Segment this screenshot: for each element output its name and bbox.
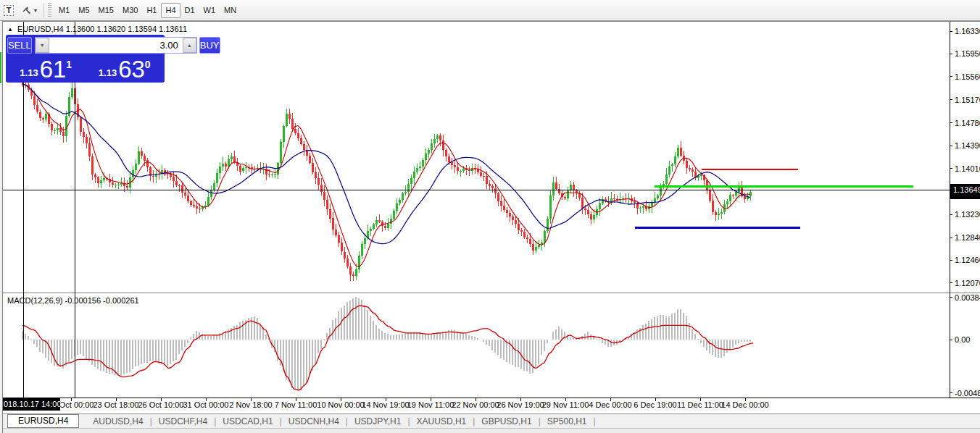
time-tick-label: 23 Oct 18:00 [94, 400, 139, 409]
crosshair-time-label: 018.10.17 14:00 [3, 398, 60, 411]
time-tick-label: 7 Nov 11:00 [275, 400, 317, 409]
price-tick-label: 1.15560 [955, 72, 980, 82]
macd-tick-mark [950, 297, 952, 298]
crosshair-hline [3, 190, 950, 190]
time-tick-label: 19 Nov 11:00 [407, 400, 454, 409]
tab-xauusd-h1[interactable]: XAUUSD,H1 [410, 416, 473, 426]
chart-tab-bar: EURUSD,H4AUDUSD,H4|USDCHF,H4|USDCAD,H1|U… [3, 413, 980, 428]
time-tick-label: 10 Nov 00:00 [317, 400, 364, 409]
macd-tick-label: -0.004856 [955, 389, 980, 398]
volume-input[interactable] [49, 38, 183, 53]
timeframe-button-mn[interactable]: MN [220, 3, 241, 18]
ohlc-values: 1.13600 1.13620 1.13594 1.13611 [66, 25, 187, 33]
ma-fast-line [22, 84, 750, 267]
timeframe-button-h1[interactable]: H1 [142, 3, 161, 18]
time-tick-label: 4 Dec 00:00 [589, 400, 631, 409]
macd-tick-label: 0.003847 [955, 293, 980, 303]
price-tick-label: 1.14390 [955, 141, 980, 151]
wicks-bullish [46, 83, 751, 280]
tab-usdcnh-h4[interactable]: USDCNH,H4 [282, 416, 346, 426]
tab-sp500-h1[interactable]: SP500,H1 [541, 416, 594, 426]
tab-usdcad-h1[interactable]: USDCAD,H1 [216, 416, 279, 426]
price-tick-label: 1.12070 [955, 279, 980, 288]
time-tick-label: 22 Nov 00:00 [452, 400, 499, 409]
symbol-title: EURUSD,H4 [17, 25, 64, 33]
timeframe-button-m30[interactable]: M30 [118, 3, 142, 18]
macd-chart[interactable] [3, 293, 980, 398]
price-tick-mark [950, 146, 952, 146]
bid-price-label-sliver: 1.13611 [950, 196, 980, 199]
tab-audusd-h4[interactable]: AUDUSD,H4 [86, 416, 149, 426]
diagonal-arrows-icon [21, 4, 33, 16]
chart-window: 1.163301.159501.155601.151701.147801.143… [2, 21, 980, 433]
crosshair-price-label: 1.13649 [950, 184, 980, 196]
time-tick-label: 31 Oct 00:00 [183, 400, 229, 409]
price-tick-mark [950, 99, 952, 100]
price-tick-label: 1.12840 [955, 233, 980, 243]
time-axis[interactable]: 19 Oct 00:0023 Oct 18:0026 Oct 10:0031 O… [3, 398, 980, 413]
buy-price-big: 63 [118, 59, 145, 80]
price-tick-mark [950, 260, 952, 261]
tab-gbpusd-h1[interactable]: GBPUSD,H1 [475, 416, 538, 426]
buy-price-display[interactable]: 1.13 63 0 [86, 55, 164, 81]
buy-button[interactable]: BUY [199, 37, 220, 54]
buy-price-prefix: 1.13 [99, 68, 117, 77]
macd-current-values: -0.000156 -0.000261 [65, 296, 138, 305]
time-tick-label: 26 Nov 19:00 [497, 400, 544, 409]
price-tick-label: 1.13230 [955, 210, 980, 219]
price-tick-label: 1.16330 [955, 27, 980, 36]
buy-price-pip: 0 [145, 59, 151, 70]
time-tick-label: 29 Nov 11:00 [542, 400, 589, 409]
chart-header: ▲ EURUSD,H4 1.13600 1.13620 1.13594 1.13… [7, 25, 187, 33]
toolbar: T ▾ M1M5M15M30H1H4D1W1MN [0, 0, 980, 21]
macd-tick-mark [950, 340, 952, 340]
volume-up-button[interactable]: ▲ [183, 38, 196, 53]
sell-button[interactable]: SELL [7, 37, 32, 54]
macd-tick-mark [950, 392, 952, 393]
ma-slow-line [22, 84, 750, 244]
price-tick-mark [950, 214, 952, 215]
tab-usdchf-h4[interactable]: USDCHF,H4 [152, 416, 214, 426]
volume-down-button[interactable]: ▼ [36, 38, 49, 53]
chevron-down-icon: ▾ [34, 7, 37, 14]
price-tick-mark [950, 54, 952, 54]
price-tick-mark [950, 282, 952, 283]
price-tick-label: 1.15170 [955, 96, 980, 105]
timeframe-button-m1[interactable]: M1 [54, 3, 74, 18]
timeframe-button-m15[interactable]: M15 [94, 3, 118, 18]
timeframe-button-w1[interactable]: W1 [199, 3, 220, 18]
time-tick-label: 14 Nov 19:00 [362, 400, 409, 409]
candles-bullish [45, 88, 752, 276]
sell-price-pip: 1 [66, 59, 72, 70]
toolbar-grip[interactable] [48, 3, 51, 17]
text-tool-icon: T [4, 5, 14, 16]
price-tick-mark [950, 76, 952, 77]
volume-spinner: ▼ ▲ [35, 37, 197, 54]
tab-usdjpy-h1[interactable]: USDJPY,H1 [348, 416, 407, 426]
macd-tick-label: 0.00 [955, 335, 980, 345]
price-axis-line [950, 22, 950, 398]
one-click-trading-panel: SELL ▼ ▲ BUY 1.13 61 1 1.13 63 0 [6, 35, 165, 83]
timeframe-button-m5[interactable]: M5 [74, 3, 94, 18]
time-tick-label: 6 Dec 19:00 [634, 400, 676, 409]
toolbar-separator [43, 3, 44, 17]
price-tick-label: 1.12460 [955, 256, 980, 265]
time-tick-label: 26 Oct 10:00 [138, 400, 184, 409]
time-tick-label: 11 Dec 11:00 [677, 400, 723, 409]
collapse-icon[interactable]: ▲ [7, 26, 13, 33]
sell-price-display[interactable]: 1.13 61 1 [7, 55, 85, 81]
price-tick-label: 1.15950 [955, 49, 980, 59]
left-edge-candle-fragment [0, 52, 1, 83]
text-tool-button[interactable]: T [1, 2, 17, 18]
time-tick-label: 2 Nov 18:00 [229, 400, 272, 409]
arrows-tool-button[interactable]: ▾ [18, 2, 40, 18]
status-bar [3, 428, 980, 433]
tab-separator: | [594, 416, 596, 426]
tab-eurusd-h4[interactable]: EURUSD,H4 [7, 414, 79, 428]
price-tick-mark [950, 237, 952, 238]
price-tick-mark [950, 31, 952, 32]
timeframe-button-d1[interactable]: D1 [180, 3, 199, 18]
price-tick-mark [950, 168, 952, 169]
price-tick-label: 1.14780 [955, 119, 980, 128]
timeframe-button-h4[interactable]: H4 [161, 3, 180, 18]
